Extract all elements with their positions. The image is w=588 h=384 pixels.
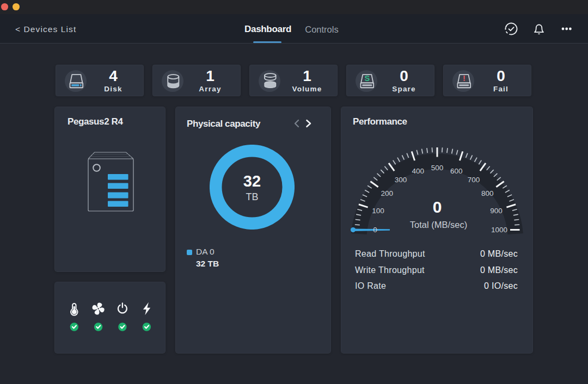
svg-text:400: 400 xyxy=(412,167,425,175)
svg-text:200: 200 xyxy=(381,189,394,197)
svg-text:0: 0 xyxy=(373,226,377,234)
svg-text:500: 500 xyxy=(431,164,444,172)
svg-text:600: 600 xyxy=(450,167,463,175)
svg-text:900: 900 xyxy=(490,207,503,215)
svg-text:S: S xyxy=(364,74,370,83)
svg-text:300: 300 xyxy=(395,176,407,184)
svg-text:800: 800 xyxy=(481,189,494,197)
svg-text:!: ! xyxy=(463,74,465,83)
svg-text:700: 700 xyxy=(468,176,480,184)
